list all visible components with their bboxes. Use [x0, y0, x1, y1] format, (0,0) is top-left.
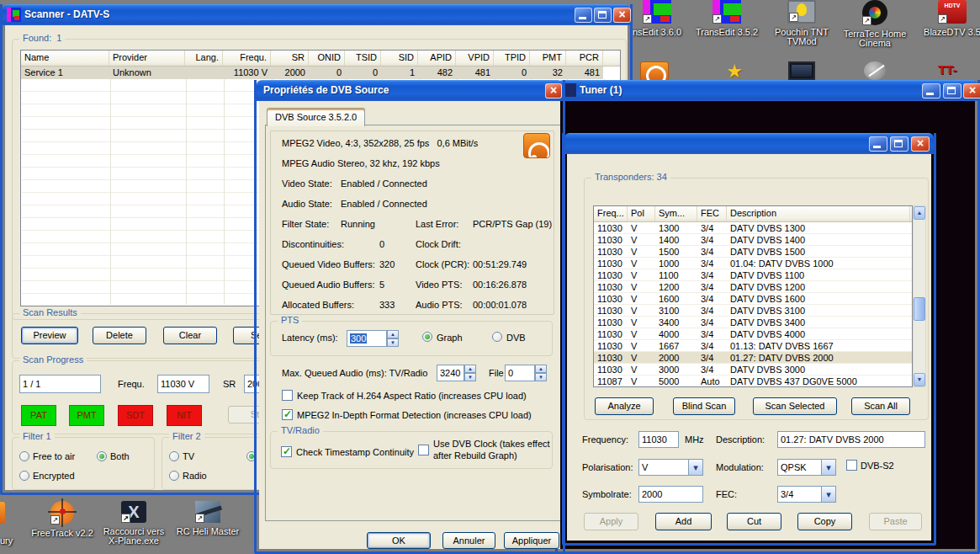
- max-queued-audio-spinner[interactable]: ▲▼: [464, 365, 476, 381]
- desktop-icon-blazedtv[interactable]: HDTV↗ BlazeDTV 3.5: [914, 0, 980, 37]
- table-row[interactable]: 11030V20003/401.27: DATV DVBS 2000: [594, 352, 912, 364]
- tab-dvb-source[interactable]: DVB Source 3.5.2.0: [267, 108, 365, 126]
- blind-scan-button[interactable]: Blind Scan: [673, 397, 735, 415]
- table-row[interactable]: 11030V16003/4DATV DVBS 1600: [594, 293, 912, 305]
- dvbs2-checkbox[interactable]: [846, 460, 857, 471]
- column-header[interactable]: PMT: [530, 51, 566, 66]
- table-row[interactable]: 11030V14003/4DATV DVBS 1400: [594, 234, 912, 246]
- latency-spinner[interactable]: ▲▼: [387, 330, 399, 347]
- column-header[interactable]: APID: [418, 51, 456, 66]
- max-queued-audio-input[interactable]: 3240: [437, 365, 464, 381]
- maximize-button[interactable]: [890, 136, 908, 152]
- column-header[interactable]: Provider: [109, 51, 185, 66]
- scan-all-button[interactable]: Scan All: [851, 397, 910, 415]
- column-header[interactable]: Name: [21, 51, 109, 66]
- apply-button[interactable]: Appliquer: [504, 532, 559, 549]
- radio-tv[interactable]: [169, 451, 179, 461]
- delete-button[interactable]: Delete: [93, 327, 146, 344]
- description-input[interactable]: 01.27: DATV DVBS 2000: [777, 431, 925, 448]
- ok-button[interactable]: OK: [367, 532, 431, 549]
- latency-input[interactable]: 300: [347, 330, 387, 347]
- desktop-icon-label-cut[interactable]: ury: [0, 536, 24, 546]
- table-row[interactable]: 11030V15003/4DATV DVBS 1500: [594, 246, 912, 258]
- column-header[interactable]: SR: [271, 51, 309, 66]
- cut-button[interactable]: Cut: [727, 513, 781, 530]
- table-row[interactable]: 11087V5000AutoDATV DVBS 437 DG0VE 5000: [594, 376, 912, 387]
- table-row[interactable]: Service 1Unknown11030 V20000014824810324…: [21, 67, 603, 79]
- column-header[interactable]: Sym...: [655, 206, 697, 221]
- table-row[interactable]: 11030V11003/4DATV DVBS 1100: [594, 269, 912, 281]
- preview-button[interactable]: Preview: [21, 327, 78, 344]
- frequency-input[interactable]: 11030: [638, 431, 679, 448]
- close-button[interactable]: [545, 83, 562, 99]
- close-button[interactable]: [911, 136, 930, 152]
- desktop-icon-terratec[interactable]: ↗ TerraTec HomeCinema: [837, 0, 913, 48]
- scanner-titlebar[interactable]: Scanner - DATV-S: [3, 4, 630, 25]
- column-header[interactable]: TPID: [494, 51, 530, 66]
- minimize-button[interactable]: [922, 83, 940, 99]
- radio-radio[interactable]: [169, 471, 179, 481]
- polarisation-select[interactable]: V: [638, 459, 703, 476]
- column-header[interactable]: Frequ.: [223, 51, 271, 66]
- desktop-icon-transedit-352[interactable]: ↗ TransEdit 3.5.2: [689, 0, 765, 37]
- check-timestamp-checkbox[interactable]: [281, 446, 292, 457]
- h264-aspect-checkbox[interactable]: [282, 390, 293, 401]
- maximize-button[interactable]: [943, 83, 961, 99]
- column-header[interactable]: SID: [381, 51, 418, 66]
- desktop-icon-freetrack[interactable]: ↗ FreeTrack v2.2: [24, 501, 100, 538]
- desktop-icon-rc-heli[interactable]: ↗ RC Heli Master: [170, 501, 246, 536]
- progress-field[interactable]: 1 / 1: [19, 375, 101, 393]
- column-header[interactable]: Lang.: [185, 51, 223, 66]
- scroll-down-button[interactable]: ▼: [914, 373, 925, 386]
- column-header[interactable]: Freq...: [594, 206, 628, 221]
- dvb-source-icon[interactable]: [640, 61, 669, 82]
- radio-graph[interactable]: [422, 332, 432, 342]
- table-row[interactable]: 11030V16673/401.13: DATV DVBS 1667: [594, 340, 912, 352]
- minimize-button[interactable]: [869, 136, 887, 152]
- column-header[interactable]: Pol: [628, 206, 655, 221]
- radio-both[interactable]: [97, 451, 107, 461]
- symbolrate-input[interactable]: 2000: [638, 486, 703, 503]
- satellite-dish-icon[interactable]: [864, 61, 891, 80]
- file-spinner[interactable]: ▲▼: [535, 365, 547, 381]
- table-row[interactable]: 11030V10003/401.04: DATV DVBS 1000: [594, 258, 912, 269]
- file-input[interactable]: 0: [505, 365, 535, 381]
- scroll-up-button[interactable]: ▲: [914, 206, 925, 220]
- column-header[interactable]: Description: [727, 206, 910, 221]
- analyze-button[interactable]: Analyze: [595, 397, 654, 415]
- frequency-field[interactable]: 11030 V: [157, 375, 209, 393]
- column-header[interactable]: VPID: [456, 51, 494, 66]
- maximize-button[interactable]: [594, 8, 612, 23]
- close-button[interactable]: [613, 8, 631, 23]
- cancel-button[interactable]: Annuler: [442, 532, 495, 549]
- minimize-button[interactable]: [575, 8, 592, 23]
- table-row[interactable]: 11030V30003/4DATV DVBS 3000: [594, 364, 912, 376]
- transponder-editor-titlebar[interactable]: [564, 133, 934, 154]
- radio-dvb[interactable]: [492, 332, 502, 342]
- table-row[interactable]: 11030V34003/4DATV DVBS 3400: [594, 317, 912, 328]
- scrollbar-thumb[interactable]: [914, 297, 925, 321]
- column-header[interactable]: TSID: [345, 51, 381, 66]
- apply-button[interactable]: Apply: [584, 513, 638, 530]
- table-row[interactable]: 11030V40003/4DATV DVBS 4000: [594, 328, 912, 340]
- star-wizard-icon[interactable]: ★: [721, 61, 748, 80]
- add-button[interactable]: Add: [655, 513, 712, 530]
- desktop-icon-pouchin-tnt[interactable]: ↗ Pouchin TNTTVMod: [764, 0, 840, 46]
- tt-logo-icon[interactable]: TT-: [938, 61, 965, 80]
- radio-encrypted[interactable]: [19, 471, 29, 481]
- vertical-scrollbar[interactable]: ▲ ▼: [913, 205, 926, 387]
- use-dvb-clock-checkbox[interactable]: [418, 445, 429, 455]
- column-header[interactable]: ONID: [309, 51, 345, 66]
- copy-button[interactable]: Copy: [797, 513, 852, 530]
- dialog-titlebar[interactable]: Propriétés de DVB Source: [257, 80, 563, 101]
- mpeg2-indepth-checkbox[interactable]: [282, 409, 293, 420]
- paste-button[interactable]: Paste: [869, 513, 922, 530]
- tuner-titlebar[interactable]: Tuner (1): [558, 80, 977, 101]
- clear-button[interactable]: Clear: [163, 327, 217, 344]
- close-button[interactable]: [963, 83, 980, 99]
- scan-selected-button[interactable]: Scan Selected: [753, 397, 837, 415]
- column-header[interactable]: PCR: [566, 51, 603, 66]
- desktop-icon-xplane[interactable]: X↗ Raccourci versX-Plane.exe: [96, 501, 172, 546]
- modulation-select[interactable]: QPSK: [777, 459, 836, 476]
- fec-select[interactable]: 3/4: [777, 486, 836, 503]
